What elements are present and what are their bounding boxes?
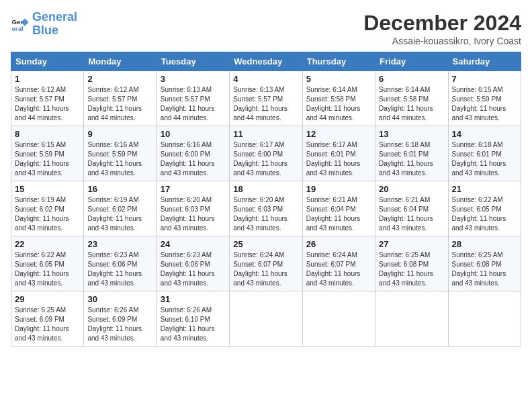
- calendar-cell: 5 Sunrise: 6:14 AM Sunset: 5:58 PM Dayli…: [302, 71, 375, 126]
- location-subtitle: Assaie-kouassikro, Ivory Coast: [363, 36, 521, 46]
- calendar-header-monday: Monday: [84, 52, 157, 71]
- calendar-cell: 14 Sunrise: 6:18 AM Sunset: 6:01 PM Dayl…: [448, 126, 521, 181]
- calendar-week-5: 29 Sunrise: 6:25 AM Sunset: 6:09 PM Dayl…: [11, 291, 521, 347]
- calendar-header-thursday: Thursday: [302, 52, 375, 71]
- day-number: 5: [306, 74, 371, 84]
- calendar-cell: 6 Sunrise: 6:14 AM Sunset: 5:58 PM Dayli…: [375, 71, 448, 126]
- day-info: Sunrise: 6:25 AM Sunset: 6:09 PM Dayligh…: [15, 306, 80, 343]
- calendar-table: SundayMondayTuesdayWednesdayThursdayFrid…: [11, 52, 521, 347]
- day-number: 2: [87, 74, 152, 84]
- day-number: 9: [87, 129, 152, 139]
- day-number: 7: [452, 74, 517, 84]
- calendar-cell: 16 Sunrise: 6:19 AM Sunset: 6:02 PM Dayl…: [84, 181, 157, 236]
- day-info: Sunrise: 6:23 AM Sunset: 6:06 PM Dayligh…: [87, 250, 152, 288]
- day-info: Sunrise: 6:19 AM Sunset: 6:02 PM Dayligh…: [15, 195, 80, 233]
- calendar-cell: 11 Sunrise: 6:17 AM Sunset: 6:00 PM Dayl…: [230, 126, 302, 181]
- calendar-week-1: 1 Sunrise: 6:12 AM Sunset: 5:57 PM Dayli…: [11, 71, 521, 126]
- calendar-cell: 12 Sunrise: 6:17 AM Sunset: 6:01 PM Dayl…: [302, 126, 375, 181]
- day-info: Sunrise: 6:13 AM Sunset: 5:57 PM Dayligh…: [161, 85, 226, 123]
- calendar-cell: 30 Sunrise: 6:26 AM Sunset: 6:09 PM Dayl…: [84, 291, 157, 347]
- calendar-cell: 29 Sunrise: 6:25 AM Sunset: 6:09 PM Dayl…: [11, 291, 84, 347]
- calendar-cell: 9 Sunrise: 6:16 AM Sunset: 5:59 PM Dayli…: [84, 126, 157, 181]
- day-info: Sunrise: 6:21 AM Sunset: 6:04 PM Dayligh…: [379, 195, 444, 233]
- day-number: 6: [379, 74, 444, 84]
- calendar-cell: 2 Sunrise: 6:12 AM Sunset: 5:57 PM Dayli…: [84, 71, 157, 126]
- logo-text: GeneralBlue: [32, 11, 77, 38]
- day-info: Sunrise: 6:25 AM Sunset: 6:08 PM Dayligh…: [452, 250, 517, 288]
- calendar-header-tuesday: Tuesday: [157, 52, 229, 71]
- day-number: 26: [306, 239, 371, 249]
- day-info: Sunrise: 6:26 AM Sunset: 6:10 PM Dayligh…: [161, 306, 226, 343]
- day-number: 21: [452, 184, 517, 194]
- calendar-cell: 27 Sunrise: 6:25 AM Sunset: 6:08 PM Dayl…: [375, 236, 448, 291]
- day-info: Sunrise: 6:15 AM Sunset: 5:59 PM Dayligh…: [452, 85, 517, 123]
- day-info: Sunrise: 6:14 AM Sunset: 5:58 PM Dayligh…: [306, 85, 371, 123]
- calendar-cell: 17 Sunrise: 6:20 AM Sunset: 6:03 PM Dayl…: [157, 181, 229, 236]
- day-info: Sunrise: 6:21 AM Sunset: 6:04 PM Dayligh…: [306, 195, 371, 233]
- calendar-header-friday: Friday: [375, 52, 448, 71]
- day-number: 15: [15, 184, 80, 194]
- day-info: Sunrise: 6:13 AM Sunset: 5:57 PM Dayligh…: [233, 85, 298, 123]
- calendar-cell: 15 Sunrise: 6:19 AM Sunset: 6:02 PM Dayl…: [11, 181, 84, 236]
- month-title: December 2024: [363, 11, 521, 36]
- calendar-cell: 8 Sunrise: 6:15 AM Sunset: 5:59 PM Dayli…: [11, 126, 84, 181]
- day-number: 8: [15, 129, 80, 139]
- day-info: Sunrise: 6:20 AM Sunset: 6:03 PM Dayligh…: [161, 195, 226, 233]
- calendar-cell: 10 Sunrise: 6:16 AM Sunset: 6:00 PM Dayl…: [157, 126, 229, 181]
- day-info: Sunrise: 6:24 AM Sunset: 6:07 PM Dayligh…: [233, 250, 298, 288]
- day-number: 16: [87, 184, 152, 194]
- day-number: 22: [15, 239, 80, 249]
- calendar-header-sunday: Sunday: [11, 52, 84, 71]
- day-number: 27: [379, 239, 444, 249]
- day-info: Sunrise: 6:18 AM Sunset: 6:01 PM Dayligh…: [379, 140, 444, 178]
- day-info: Sunrise: 6:17 AM Sunset: 6:00 PM Dayligh…: [233, 140, 298, 178]
- day-number: 14: [452, 129, 517, 139]
- calendar-week-2: 8 Sunrise: 6:15 AM Sunset: 5:59 PM Dayli…: [11, 126, 521, 181]
- day-number: 17: [161, 184, 226, 194]
- day-number: 4: [233, 74, 298, 84]
- day-info: Sunrise: 6:22 AM Sunset: 6:05 PM Dayligh…: [15, 250, 80, 288]
- day-info: Sunrise: 6:16 AM Sunset: 5:59 PM Dayligh…: [87, 140, 152, 178]
- day-info: Sunrise: 6:12 AM Sunset: 5:57 PM Dayligh…: [15, 85, 80, 123]
- day-number: 13: [379, 129, 444, 139]
- day-number: 1: [15, 74, 80, 84]
- logo-icon: Gen eral: [11, 15, 30, 34]
- calendar-cell: 26 Sunrise: 6:24 AM Sunset: 6:07 PM Dayl…: [302, 236, 375, 291]
- calendar-cell: 3 Sunrise: 6:13 AM Sunset: 5:57 PM Dayli…: [157, 71, 229, 126]
- calendar-cell: 7 Sunrise: 6:15 AM Sunset: 5:59 PM Dayli…: [448, 71, 521, 126]
- calendar-cell: 20 Sunrise: 6:21 AM Sunset: 6:04 PM Dayl…: [375, 181, 448, 236]
- calendar-cell: 31 Sunrise: 6:26 AM Sunset: 6:10 PM Dayl…: [157, 291, 229, 347]
- title-area: December 2024 Assaie-kouassikro, Ivory C…: [363, 11, 521, 46]
- calendar-cell: 4 Sunrise: 6:13 AM Sunset: 5:57 PM Dayli…: [230, 71, 302, 126]
- logo: Gen eral GeneralBlue: [11, 11, 77, 38]
- day-info: Sunrise: 6:18 AM Sunset: 6:01 PM Dayligh…: [452, 140, 517, 178]
- page-header: Gen eral GeneralBlue December 2024 Assai…: [11, 11, 521, 46]
- calendar-cell: 18 Sunrise: 6:20 AM Sunset: 6:03 PM Dayl…: [230, 181, 302, 236]
- calendar-cell: [302, 291, 375, 347]
- day-number: 18: [233, 184, 298, 194]
- calendar-cell: 19 Sunrise: 6:21 AM Sunset: 6:04 PM Dayl…: [302, 181, 375, 236]
- day-info: Sunrise: 6:19 AM Sunset: 6:02 PM Dayligh…: [87, 195, 152, 233]
- calendar-body: 1 Sunrise: 6:12 AM Sunset: 5:57 PM Dayli…: [11, 71, 521, 347]
- calendar-cell: 13 Sunrise: 6:18 AM Sunset: 6:01 PM Dayl…: [375, 126, 448, 181]
- day-number: 28: [452, 239, 517, 249]
- day-info: Sunrise: 6:23 AM Sunset: 6:06 PM Dayligh…: [161, 250, 226, 288]
- day-info: Sunrise: 6:15 AM Sunset: 5:59 PM Dayligh…: [15, 140, 80, 178]
- calendar-header-wednesday: Wednesday: [230, 52, 302, 71]
- calendar-cell: 22 Sunrise: 6:22 AM Sunset: 6:05 PM Dayl…: [11, 236, 84, 291]
- day-info: Sunrise: 6:12 AM Sunset: 5:57 PM Dayligh…: [87, 85, 152, 123]
- calendar-cell: 1 Sunrise: 6:12 AM Sunset: 5:57 PM Dayli…: [11, 71, 84, 126]
- day-info: Sunrise: 6:26 AM Sunset: 6:09 PM Dayligh…: [87, 306, 152, 343]
- day-number: 29: [15, 294, 80, 304]
- calendar-header-row: SundayMondayTuesdayWednesdayThursdayFrid…: [11, 52, 521, 71]
- calendar-header-saturday: Saturday: [448, 52, 521, 71]
- day-info: Sunrise: 6:22 AM Sunset: 6:05 PM Dayligh…: [452, 195, 517, 233]
- day-info: Sunrise: 6:17 AM Sunset: 6:01 PM Dayligh…: [306, 140, 371, 178]
- day-info: Sunrise: 6:16 AM Sunset: 6:00 PM Dayligh…: [161, 140, 226, 178]
- day-number: 10: [161, 129, 226, 139]
- calendar-cell: [230, 291, 302, 347]
- day-number: 20: [379, 184, 444, 194]
- calendar-cell: 24 Sunrise: 6:23 AM Sunset: 6:06 PM Dayl…: [157, 236, 229, 291]
- day-number: 12: [306, 129, 371, 139]
- calendar-cell: [375, 291, 448, 347]
